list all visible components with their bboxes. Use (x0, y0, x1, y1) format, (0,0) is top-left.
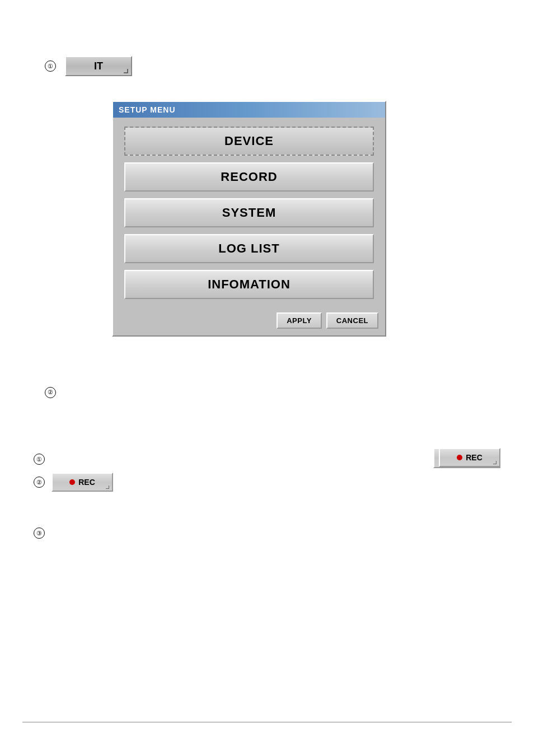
bottom-divider (22, 722, 512, 722)
setup-menu-dialog: SETUP MENU DEVICE RECORD SYSTEM LOG LIST… (112, 101, 386, 337)
marker-row-1: ① (34, 454, 113, 465)
setup-menu-footer: APPLY CANCEL (113, 308, 385, 335)
rec-label-left: REC (78, 478, 95, 487)
right-buttons-area: STOP REC (439, 448, 500, 467)
marker-row-2: ② REC (34, 473, 113, 492)
rec-button-left[interactable]: REC (51, 473, 113, 492)
rec-button-right[interactable]: REC (439, 448, 500, 467)
menu-btn-record[interactable]: RECORD (124, 162, 374, 192)
circle-marker-bottom-3: ③ (34, 528, 45, 539)
menu-btn-system[interactable]: SYSTEM (124, 198, 374, 227)
apply-button[interactable]: APPLY (277, 312, 322, 329)
menu-btn-loglist[interactable]: LOG LIST (124, 234, 374, 263)
menu-btn-infomation[interactable]: INFOMATION (124, 270, 374, 299)
circle-marker-1: ① (45, 60, 56, 72)
it-button[interactable]: IT (65, 56, 132, 76)
circle-marker-bottom-2: ② (34, 477, 45, 488)
cancel-button[interactable]: CANCEL (326, 312, 378, 329)
rec-label-right: REC (466, 453, 483, 462)
setup-menu-title: SETUP MENU (113, 102, 385, 118)
it-button-label: IT (94, 60, 103, 72)
menu-btn-device[interactable]: DEVICE (124, 127, 374, 156)
circle-marker-2: ② (45, 386, 56, 398)
setup-menu-body: DEVICE RECORD SYSTEM LOG LIST INFOMATION (113, 118, 385, 308)
marker-row-3: ③ (34, 528, 113, 539)
left-buttons-area: ① ② REC ③ (34, 454, 113, 547)
rec-dot-left (69, 479, 75, 485)
rec-dot-right (457, 455, 462, 460)
circle-marker-bottom-1: ① (34, 454, 45, 465)
